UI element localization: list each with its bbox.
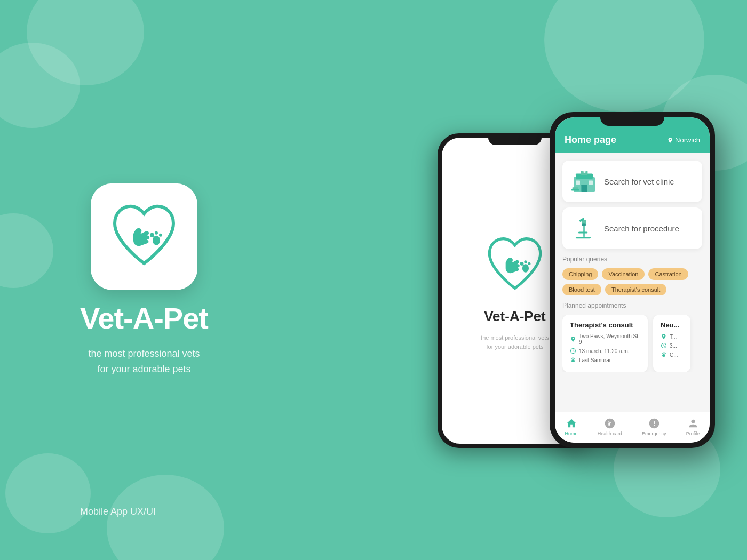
app-icon-svg: [104, 197, 184, 277]
clock-detail-icon: [570, 348, 576, 354]
nav-profile[interactable]: Profile: [686, 418, 700, 436]
svg-point-0: [150, 233, 154, 237]
svg-point-4: [520, 262, 524, 266]
appointment-time-1: 13 march, 11.20 a.m.: [570, 348, 640, 354]
svg-point-2: [159, 234, 162, 237]
location-icon: [667, 137, 673, 143]
appointment-title-1: Therapist's consult: [570, 321, 640, 329]
home-icon: [566, 418, 577, 429]
svg-point-26: [572, 358, 573, 359]
svg-point-25: [574, 358, 575, 359]
health-card-icon: [604, 418, 616, 429]
tag-castration[interactable]: Castration: [648, 268, 688, 280]
vet-clinic-icon: [571, 169, 597, 194]
tag-therapist-consult[interactable]: Therapist's consult: [605, 284, 666, 295]
bg-blob-6: [107, 475, 224, 560]
mobile-label: Mobile App UX/UI: [80, 506, 156, 517]
appointment-location-2: T...: [661, 333, 683, 340]
popular-queries-label: Popular queries: [562, 255, 702, 263]
vet-clinic-icon-box: [571, 168, 598, 195]
svg-rect-18: [576, 237, 591, 238]
paw-detail-icon-2: [661, 351, 667, 358]
app-name: Vet-A-Pet: [80, 301, 208, 335]
back-app-tagline: the most professional vetsfor your adora…: [481, 333, 549, 351]
phone-back-notch: [488, 133, 542, 145]
svg-point-24: [571, 358, 572, 359]
bg-blob-8: [0, 213, 53, 288]
tag-chipping[interactable]: Chipping: [562, 268, 598, 280]
appointments-row: Therapist's consult Two Paws, Weymouth S…: [562, 315, 702, 372]
left-content: Vet-A-Pet the most professional vets for…: [80, 183, 208, 377]
back-logo-svg: [480, 230, 550, 300]
location-detail-icon-2: [661, 333, 667, 340]
svg-point-30: [663, 353, 664, 354]
svg-rect-15: [589, 180, 593, 185]
paw-detail-icon: [570, 357, 576, 363]
phone-front-notch: [600, 112, 664, 126]
emergency-icon: [648, 418, 660, 429]
svg-point-3: [153, 236, 160, 245]
bg-blob-5: [5, 453, 91, 533]
tags-row: Chipping Vaccination Castration Blood te…: [562, 268, 702, 295]
nav-home[interactable]: Home: [565, 418, 578, 436]
microscope-icon: [571, 215, 597, 241]
back-logo-area: Vet-A-Pet the most professional vetsfor …: [480, 230, 550, 351]
app-header-location: Norwich: [667, 136, 700, 144]
svg-point-1: [155, 231, 158, 235]
svg-rect-17: [573, 187, 578, 189]
svg-rect-12: [584, 171, 585, 173]
appointment-location-1: Two Paws, Weymouth St. 9: [570, 333, 640, 345]
procedure-icon-box: [571, 215, 598, 242]
tag-vaccination[interactable]: Vaccination: [602, 268, 645, 280]
phone-front: Home page Norwich: [550, 112, 715, 448]
svg-point-5: [524, 260, 527, 263]
app-content: Search for vet clinic: [555, 153, 710, 412]
appointments-label: Planned appointments: [562, 302, 702, 309]
search-procedure-text: Search for procedure: [604, 224, 679, 233]
nav-health-label: Health card: [598, 431, 622, 436]
svg-rect-13: [581, 185, 587, 192]
app-tagline: the most professional vets for your ador…: [88, 346, 200, 377]
search-vet-card[interactable]: Search for vet clinic: [562, 161, 702, 202]
svg-rect-20: [578, 231, 588, 233]
nav-emergency[interactable]: Emergency: [642, 418, 666, 436]
nav-emergency-label: Emergency: [642, 431, 666, 436]
svg-point-31: [664, 353, 665, 354]
svg-rect-16: [571, 189, 579, 190]
clock-detail-icon-2: [661, 342, 667, 349]
appointment-title-2: Neu...: [661, 321, 683, 329]
phones-container: Vet-A-Pet the most professional vetsfor …: [438, 112, 715, 448]
svg-point-29: [665, 353, 666, 354]
svg-point-28: [662, 353, 663, 354]
svg-point-27: [573, 358, 574, 359]
svg-point-7: [522, 264, 529, 273]
nav-profile-label: Profile: [686, 431, 700, 436]
tag-blood-test[interactable]: Blood test: [562, 284, 601, 295]
profile-icon: [687, 418, 699, 429]
appointment-pet-1: Last Samurai: [570, 357, 640, 363]
nav-health-card[interactable]: Health card: [598, 418, 622, 436]
phone-front-screen: Home page Norwich: [555, 117, 710, 443]
svg-point-23: [582, 223, 586, 226]
search-vet-text: Search for vet clinic: [604, 177, 674, 186]
appointment-card-1[interactable]: Therapist's consult Two Paws, Weymouth S…: [562, 315, 648, 372]
appointment-card-2[interactable]: Neu... T... 3...: [653, 315, 690, 372]
svg-point-6: [528, 262, 530, 265]
bottom-nav: Home Health card Emergency: [555, 412, 710, 443]
app-icon: [91, 183, 197, 290]
svg-rect-14: [576, 180, 580, 185]
appointment-pet-2: C...: [661, 351, 683, 358]
appointment-time-2: 3...: [661, 342, 683, 349]
app-header-title: Home page: [565, 134, 616, 146]
nav-home-label: Home: [565, 431, 578, 436]
search-procedure-card[interactable]: Search for procedure: [562, 207, 702, 249]
location-detail-icon: [570, 336, 576, 342]
back-app-name: Vet-A-Pet: [484, 308, 546, 325]
location-text: Norwich: [675, 136, 700, 144]
